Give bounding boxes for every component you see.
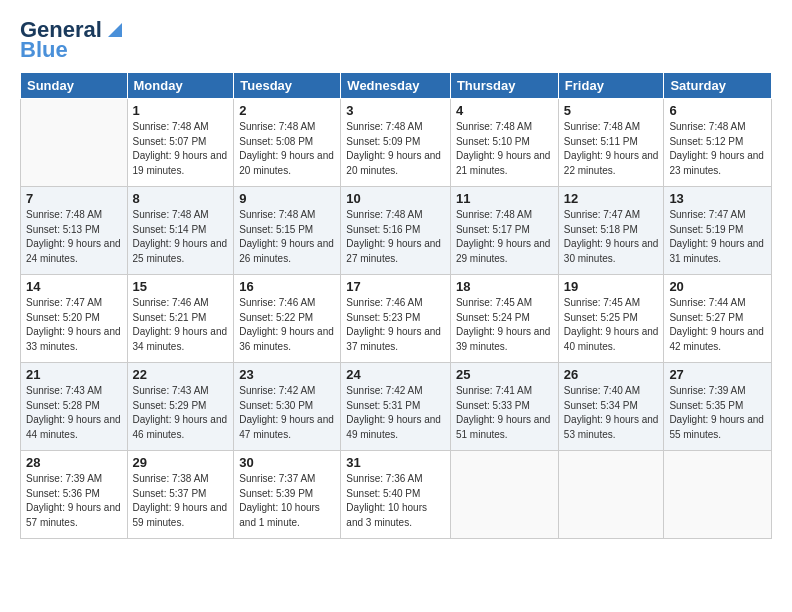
- day-info: Sunrise: 7:48 AMSunset: 5:14 PMDaylight:…: [133, 208, 229, 266]
- day-number: 4: [456, 103, 553, 118]
- calendar-cell: [664, 451, 772, 539]
- day-number: 12: [564, 191, 659, 206]
- day-number: 24: [346, 367, 445, 382]
- day-number: 21: [26, 367, 122, 382]
- day-number: 26: [564, 367, 659, 382]
- day-info: Sunrise: 7:44 AMSunset: 5:27 PMDaylight:…: [669, 296, 766, 354]
- weekday-header-monday: Monday: [127, 73, 234, 99]
- calendar-cell: [558, 451, 664, 539]
- calendar-cell: 8Sunrise: 7:48 AMSunset: 5:14 PMDaylight…: [127, 187, 234, 275]
- day-number: 29: [133, 455, 229, 470]
- day-info: Sunrise: 7:46 AMSunset: 5:23 PMDaylight:…: [346, 296, 445, 354]
- day-number: 25: [456, 367, 553, 382]
- weekday-header-friday: Friday: [558, 73, 664, 99]
- calendar-cell: 18Sunrise: 7:45 AMSunset: 5:24 PMDayligh…: [450, 275, 558, 363]
- calendar-cell: 25Sunrise: 7:41 AMSunset: 5:33 PMDayligh…: [450, 363, 558, 451]
- calendar-cell: 21Sunrise: 7:43 AMSunset: 5:28 PMDayligh…: [21, 363, 128, 451]
- day-number: 31: [346, 455, 445, 470]
- day-info: Sunrise: 7:37 AMSunset: 5:39 PMDaylight:…: [239, 472, 335, 530]
- calendar-cell: 9Sunrise: 7:48 AMSunset: 5:15 PMDaylight…: [234, 187, 341, 275]
- day-number: 2: [239, 103, 335, 118]
- day-info: Sunrise: 7:48 AMSunset: 5:17 PMDaylight:…: [456, 208, 553, 266]
- calendar-cell: 11Sunrise: 7:48 AMSunset: 5:17 PMDayligh…: [450, 187, 558, 275]
- day-number: 1: [133, 103, 229, 118]
- day-info: Sunrise: 7:48 AMSunset: 5:07 PMDaylight:…: [133, 120, 229, 178]
- calendar-cell: [450, 451, 558, 539]
- day-info: Sunrise: 7:42 AMSunset: 5:30 PMDaylight:…: [239, 384, 335, 442]
- weekday-header-thursday: Thursday: [450, 73, 558, 99]
- calendar-cell: 22Sunrise: 7:43 AMSunset: 5:29 PMDayligh…: [127, 363, 234, 451]
- calendar-cell: 29Sunrise: 7:38 AMSunset: 5:37 PMDayligh…: [127, 451, 234, 539]
- calendar-cell: [21, 99, 128, 187]
- week-row-1: 1Sunrise: 7:48 AMSunset: 5:07 PMDaylight…: [21, 99, 772, 187]
- weekday-header-tuesday: Tuesday: [234, 73, 341, 99]
- day-info: Sunrise: 7:43 AMSunset: 5:29 PMDaylight:…: [133, 384, 229, 442]
- week-row-5: 28Sunrise: 7:39 AMSunset: 5:36 PMDayligh…: [21, 451, 772, 539]
- day-info: Sunrise: 7:46 AMSunset: 5:22 PMDaylight:…: [239, 296, 335, 354]
- calendar-table: SundayMondayTuesdayWednesdayThursdayFrid…: [20, 72, 772, 539]
- calendar-cell: 7Sunrise: 7:48 AMSunset: 5:13 PMDaylight…: [21, 187, 128, 275]
- calendar-cell: 4Sunrise: 7:48 AMSunset: 5:10 PMDaylight…: [450, 99, 558, 187]
- week-row-4: 21Sunrise: 7:43 AMSunset: 5:28 PMDayligh…: [21, 363, 772, 451]
- day-info: Sunrise: 7:42 AMSunset: 5:31 PMDaylight:…: [346, 384, 445, 442]
- calendar-cell: 15Sunrise: 7:46 AMSunset: 5:21 PMDayligh…: [127, 275, 234, 363]
- day-info: Sunrise: 7:48 AMSunset: 5:10 PMDaylight:…: [456, 120, 553, 178]
- day-number: 20: [669, 279, 766, 294]
- calendar-cell: 16Sunrise: 7:46 AMSunset: 5:22 PMDayligh…: [234, 275, 341, 363]
- calendar-cell: 27Sunrise: 7:39 AMSunset: 5:35 PMDayligh…: [664, 363, 772, 451]
- svg-marker-0: [108, 23, 122, 37]
- calendar-cell: 6Sunrise: 7:48 AMSunset: 5:12 PMDaylight…: [664, 99, 772, 187]
- day-info: Sunrise: 7:47 AMSunset: 5:19 PMDaylight:…: [669, 208, 766, 266]
- day-info: Sunrise: 7:48 AMSunset: 5:08 PMDaylight:…: [239, 120, 335, 178]
- day-number: 9: [239, 191, 335, 206]
- day-number: 15: [133, 279, 229, 294]
- header: General Blue: [20, 18, 772, 62]
- calendar-cell: 13Sunrise: 7:47 AMSunset: 5:19 PMDayligh…: [664, 187, 772, 275]
- day-number: 23: [239, 367, 335, 382]
- day-number: 3: [346, 103, 445, 118]
- logo-text-blue: Blue: [20, 38, 68, 62]
- calendar-cell: 17Sunrise: 7:46 AMSunset: 5:23 PMDayligh…: [341, 275, 451, 363]
- day-number: 10: [346, 191, 445, 206]
- day-number: 27: [669, 367, 766, 382]
- logo: General Blue: [20, 18, 126, 62]
- calendar-cell: 1Sunrise: 7:48 AMSunset: 5:07 PMDaylight…: [127, 99, 234, 187]
- calendar-cell: 5Sunrise: 7:48 AMSunset: 5:11 PMDaylight…: [558, 99, 664, 187]
- calendar-cell: 26Sunrise: 7:40 AMSunset: 5:34 PMDayligh…: [558, 363, 664, 451]
- calendar-cell: 23Sunrise: 7:42 AMSunset: 5:30 PMDayligh…: [234, 363, 341, 451]
- day-info: Sunrise: 7:46 AMSunset: 5:21 PMDaylight:…: [133, 296, 229, 354]
- day-info: Sunrise: 7:47 AMSunset: 5:18 PMDaylight:…: [564, 208, 659, 266]
- day-info: Sunrise: 7:45 AMSunset: 5:24 PMDaylight:…: [456, 296, 553, 354]
- day-info: Sunrise: 7:48 AMSunset: 5:13 PMDaylight:…: [26, 208, 122, 266]
- day-number: 14: [26, 279, 122, 294]
- day-info: Sunrise: 7:47 AMSunset: 5:20 PMDaylight:…: [26, 296, 122, 354]
- logo-icon: [104, 17, 126, 39]
- day-info: Sunrise: 7:48 AMSunset: 5:12 PMDaylight:…: [669, 120, 766, 178]
- day-number: 28: [26, 455, 122, 470]
- day-info: Sunrise: 7:48 AMSunset: 5:09 PMDaylight:…: [346, 120, 445, 178]
- day-number: 18: [456, 279, 553, 294]
- calendar-cell: 10Sunrise: 7:48 AMSunset: 5:16 PMDayligh…: [341, 187, 451, 275]
- day-number: 22: [133, 367, 229, 382]
- weekday-header-wednesday: Wednesday: [341, 73, 451, 99]
- day-number: 5: [564, 103, 659, 118]
- calendar-cell: 24Sunrise: 7:42 AMSunset: 5:31 PMDayligh…: [341, 363, 451, 451]
- day-number: 8: [133, 191, 229, 206]
- day-info: Sunrise: 7:38 AMSunset: 5:37 PMDaylight:…: [133, 472, 229, 530]
- weekday-header-sunday: Sunday: [21, 73, 128, 99]
- day-info: Sunrise: 7:39 AMSunset: 5:36 PMDaylight:…: [26, 472, 122, 530]
- day-number: 17: [346, 279, 445, 294]
- day-number: 7: [26, 191, 122, 206]
- day-info: Sunrise: 7:36 AMSunset: 5:40 PMDaylight:…: [346, 472, 445, 530]
- day-number: 19: [564, 279, 659, 294]
- calendar-cell: 30Sunrise: 7:37 AMSunset: 5:39 PMDayligh…: [234, 451, 341, 539]
- calendar-cell: 3Sunrise: 7:48 AMSunset: 5:09 PMDaylight…: [341, 99, 451, 187]
- day-info: Sunrise: 7:41 AMSunset: 5:33 PMDaylight:…: [456, 384, 553, 442]
- calendar-cell: 20Sunrise: 7:44 AMSunset: 5:27 PMDayligh…: [664, 275, 772, 363]
- calendar-cell: 19Sunrise: 7:45 AMSunset: 5:25 PMDayligh…: [558, 275, 664, 363]
- day-info: Sunrise: 7:43 AMSunset: 5:28 PMDaylight:…: [26, 384, 122, 442]
- day-number: 13: [669, 191, 766, 206]
- calendar-cell: 28Sunrise: 7:39 AMSunset: 5:36 PMDayligh…: [21, 451, 128, 539]
- week-row-2: 7Sunrise: 7:48 AMSunset: 5:13 PMDaylight…: [21, 187, 772, 275]
- day-number: 30: [239, 455, 335, 470]
